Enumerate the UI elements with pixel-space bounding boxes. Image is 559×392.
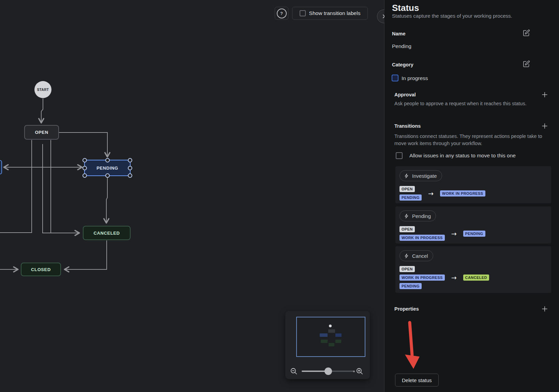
minimap[interactable] <box>285 311 370 379</box>
transition-card-investigate[interactable]: Investigate OPENPENDING → WORK IN PROGRE… <box>395 166 551 203</box>
edit-category-icon[interactable] <box>523 60 530 67</box>
resize-handle[interactable] <box>128 166 132 170</box>
resize-handle[interactable] <box>128 158 132 162</box>
minimap-node-canceled <box>335 340 341 343</box>
status-badge-open: OPEN <box>399 266 415 272</box>
minimap-node-start <box>329 325 332 327</box>
from-badges: OPENPENDING <box>399 186 422 201</box>
transition-name: Pending <box>412 213 431 219</box>
category-label: Category <box>392 62 413 67</box>
zoom-in-icon[interactable] <box>356 367 363 375</box>
transition-card-cancel[interactable]: Cancel OPENWORK IN PROGRESSPENDING → CAN… <box>395 246 551 293</box>
status-badge-work-in-progress: WORK IN PROGRESS <box>440 190 485 197</box>
lightning-bolt-icon <box>404 214 409 219</box>
status-badge-open: OPEN <box>399 226 415 232</box>
transition-pill[interactable]: Cancel <box>399 250 433 261</box>
transition-name: Investigate <box>412 173 437 179</box>
minimap-node-pending <box>320 333 328 337</box>
approval-label: Approval <box>394 92 416 97</box>
add-approval-icon[interactable] <box>541 91 549 99</box>
status-badge-open: OPEN <box>399 186 415 192</box>
arrow-right-icon: → <box>428 190 434 197</box>
transition-name: Cancel <box>412 253 428 259</box>
workflow-editor: START OPEN PENDING CANCELED CLOSED ? <box>0 0 559 392</box>
status-badge-pending: PENDING <box>399 194 422 201</box>
allow-any-status-label: Allow issues in any status to move to th… <box>409 153 516 159</box>
arrow-right-icon: → <box>451 230 457 237</box>
minimap-viewport[interactable] <box>296 317 365 357</box>
help-icon: ? <box>277 9 287 18</box>
delete-status-button[interactable]: Delete status <box>395 374 439 387</box>
node-canceled-label: CANCELED <box>93 231 120 236</box>
from-badges: OPENWORK IN PROGRESSPENDING <box>399 266 445 289</box>
properties-label: Properties <box>394 306 419 312</box>
arrow-right-icon: → <box>451 274 457 281</box>
node-closed[interactable]: CLOSED <box>21 263 61 276</box>
minimap-node-closed <box>321 340 328 343</box>
status-detail-panel: Status Statuses capture the stages of yo… <box>384 0 559 392</box>
show-transition-labels-checkbox[interactable] <box>300 10 306 16</box>
panel-subtitle: Statuses capture the stages of your work… <box>392 13 512 19</box>
zoom-slider-thumb[interactable] <box>324 367 332 375</box>
node-start-label: START <box>37 88 49 92</box>
allow-any-status-checkbox[interactable] <box>396 152 403 159</box>
add-property-icon[interactable] <box>541 305 549 313</box>
resize-handle[interactable] <box>128 173 132 178</box>
minimap-node-done <box>329 343 334 346</box>
zoom-out-icon[interactable] <box>290 367 298 375</box>
panel-title: Status <box>392 3 419 13</box>
approval-description: Ask people to approve a request when it … <box>394 100 548 107</box>
status-badge-work-in-progress: WORK IN PROGRESS <box>399 275 445 281</box>
lightning-bolt-icon <box>404 173 409 178</box>
name-value: Pending <box>392 43 411 49</box>
show-transition-labels-toggle[interactable]: Show transition labels <box>292 7 368 20</box>
workflow-canvas[interactable]: START OPEN PENDING CANCELED CLOSED ? <box>0 0 384 392</box>
annotation-arrow-red <box>402 318 442 373</box>
add-transition-icon[interactable] <box>541 122 549 130</box>
edit-name-icon[interactable] <box>523 29 530 36</box>
node-open-label: OPEN <box>35 130 48 135</box>
minimap-node-open <box>328 329 335 333</box>
zoom-slider-end-dot <box>353 371 355 372</box>
resize-handle[interactable] <box>82 173 87 178</box>
resize-handle[interactable] <box>105 173 110 178</box>
transitions-label: Transitions <box>394 123 421 129</box>
help-button[interactable]: ? <box>275 7 288 20</box>
node-offscreen-partial[interactable] <box>0 160 2 174</box>
status-badge-work-in-progress: WORK IN PROGRESS <box>399 235 445 241</box>
node-canceled[interactable]: CANCELED <box>83 226 131 240</box>
transitions-description: Transitions connect statuses. They repre… <box>394 133 546 147</box>
resize-handle[interactable] <box>82 166 87 170</box>
category-value: In progress <box>402 75 428 81</box>
show-transition-labels-label: Show transition labels <box>309 10 361 16</box>
node-pending-label: PENDING <box>96 166 118 171</box>
node-open[interactable]: OPEN <box>24 125 59 140</box>
node-closed-label: CLOSED <box>31 267 51 272</box>
resize-handle[interactable] <box>105 158 110 162</box>
transition-pill[interactable]: Pending <box>399 210 436 221</box>
resize-handle[interactable] <box>82 158 87 162</box>
status-badge-pending: PENDING <box>399 283 422 289</box>
lightning-bolt-icon <box>404 253 409 258</box>
node-pending-selected[interactable]: PENDING <box>84 160 131 176</box>
node-start[interactable]: START <box>34 81 51 98</box>
from-badges: OPENWORK IN PROGRESS <box>399 226 445 241</box>
status-badge-pending: PENDING <box>463 231 485 237</box>
name-label: Name <box>392 31 406 36</box>
category-color-swatch <box>392 75 398 81</box>
transition-pill[interactable]: Investigate <box>399 170 442 181</box>
minimap-node-work-in-progress <box>335 333 342 337</box>
transition-card-pending[interactable]: Pending OPENWORK IN PROGRESS → PENDING <box>395 206 551 244</box>
status-badge-canceled: CANCELED <box>463 275 489 281</box>
